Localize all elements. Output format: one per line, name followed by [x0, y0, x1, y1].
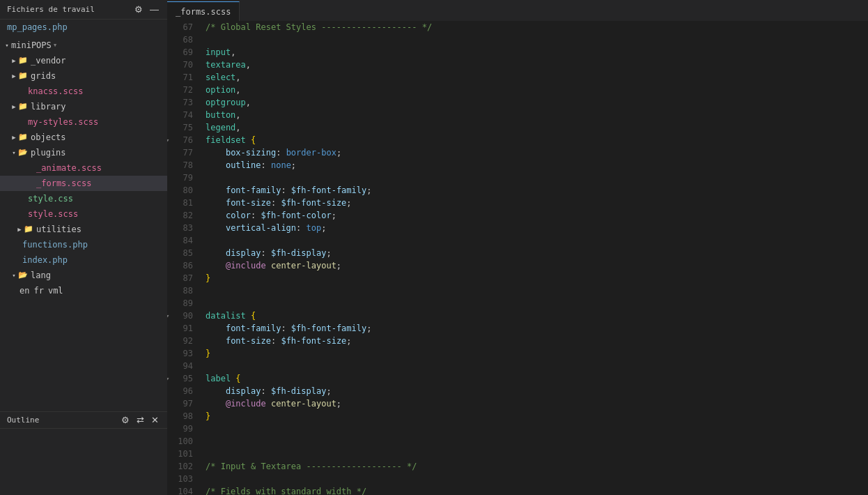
code-area[interactable]: 67 68 69 70 71 72 73 74 75 ▾76 77 78 79 … — [167, 21, 868, 495]
ln-79: 79 — [173, 172, 193, 184]
sidebar-settings-icon[interactable]: ⚙ — [133, 5, 144, 14]
folder-library[interactable]: ▶ 📁 library — [0, 99, 167, 114]
ln-82: 82 — [173, 209, 193, 222]
ln-67: 67 — [173, 21, 193, 33]
code-line-67: /* Global Reset Styles -----------------… — [206, 21, 868, 33]
folder-utilities[interactable]: ▶ 📁 utilities — [0, 222, 167, 237]
ln-103: 103 — [173, 473, 193, 485]
outline-header: Outline ⚙ ⇄ ✕ — [0, 412, 167, 429]
outline-settings-icon[interactable]: ⚙ — [120, 416, 131, 425]
vendor-label: _vendor — [31, 54, 66, 67]
fold-95[interactable]: ▾ — [167, 372, 169, 385]
folder-library-icon: 📁 — [18, 100, 28, 113]
style-css-label: style.css — [28, 192, 73, 205]
ln-81: 81 — [173, 197, 193, 209]
code-line-101 — [206, 448, 868, 460]
folder-plugins[interactable]: ▾ 📂 plugins — [0, 145, 167, 160]
fold-90[interactable]: ▾ — [167, 310, 169, 322]
code-line-91: font-family: $fh-font-family; — [206, 322, 868, 335]
outline-refresh-icon[interactable]: ⇄ — [135, 416, 146, 425]
folder-plugins-icon: 📂 — [18, 146, 28, 159]
code-line-97: @include center-layout; — [206, 397, 868, 410]
folder-vendor[interactable]: ▶ 📁 _vendor — [0, 53, 167, 68]
ln-96: 96 — [173, 385, 193, 397]
code-line-82: color: $fh-font-color; — [206, 209, 868, 222]
folder-utilities-icon: 📁 — [24, 223, 33, 236]
folder-lang[interactable]: ▾ 📂 lang — [0, 268, 167, 283]
ln-92: 92 — [173, 335, 193, 347]
my-styles-label: my-styles.scss — [28, 116, 98, 128]
folder-objects[interactable]: ▶ 📁 objects — [0, 130, 167, 145]
file-style-scss[interactable]: style.scss — [0, 206, 167, 222]
code-line-89 — [206, 297, 868, 310]
ln-77: 77 — [173, 146, 193, 159]
ln-72: 72 — [173, 84, 193, 96]
code-line-71: select, — [206, 71, 868, 84]
code-line-76: fieldset { — [206, 134, 868, 146]
ln-98: 98 — [173, 410, 193, 422]
ln-99: 99 — [173, 422, 193, 435]
folder-grids[interactable]: ▶ 📁 grids — [0, 68, 167, 84]
folder-vendor-icon: 📁 — [18, 54, 28, 67]
project-chevron: ▾ — [53, 39, 58, 52]
ln-97: 97 — [173, 397, 193, 410]
file-knacss[interactable]: knacss.scss — [0, 84, 167, 99]
outline-close-icon[interactable]: ✕ — [150, 416, 160, 425]
sidebar: Fichiers de travail ⚙ — mp_pages.php ▾ m… — [0, 0, 167, 495]
ln-94: 94 — [173, 360, 193, 372]
code-content[interactable]: /* Global Reset Styles -----------------… — [199, 21, 868, 495]
ln-90: ▾90 — [173, 310, 193, 322]
sidebar-files-title: Fichiers de travail — [7, 5, 95, 14]
file-functions[interactable]: functions.php — [0, 237, 167, 252]
ln-71: 71 — [173, 71, 193, 84]
folder-grids-icon: 📁 — [18, 70, 28, 82]
code-line-74: button, — [206, 109, 868, 121]
ln-69: 69 — [173, 46, 193, 59]
fold-76[interactable]: ▾ — [167, 134, 169, 146]
code-line-70: textarea, — [206, 59, 868, 71]
code-line-83: vertical-align: top; — [206, 222, 868, 234]
ln-88: 88 — [173, 284, 193, 297]
code-line-78: outline: none; — [206, 159, 868, 172]
knacss-label: knacss.scss — [28, 85, 83, 98]
code-line-90: datalist { — [206, 310, 868, 322]
project-root[interactable]: ▾ miniPOPS ▾ — [0, 38, 167, 53]
index-label: index.php — [22, 254, 68, 266]
tab-forms-scss[interactable]: _forms.scss — [167, 1, 240, 21]
code-line-88 — [206, 284, 868, 297]
code-line-85: display: $fh-display; — [206, 247, 868, 259]
grids-label: grids — [31, 70, 56, 82]
ln-87: 87 — [173, 272, 193, 284]
file-my-styles[interactable]: my-styles.scss — [0, 114, 167, 130]
library-label: library — [31, 100, 66, 113]
library-arrow: ▶ — [10, 100, 18, 113]
ln-83: 83 — [173, 222, 193, 234]
grids-arrow: ▶ — [10, 70, 18, 82]
ln-93: 93 — [173, 347, 193, 360]
plugins-label: plugins — [31, 146, 66, 159]
file-animate[interactable]: _animate.scss — [0, 160, 167, 176]
file-forms[interactable]: _forms.scss — [0, 176, 167, 191]
open-file-mp-pages[interactable]: mp_pages.php — [0, 20, 167, 35]
ln-86: 86 — [173, 259, 193, 272]
ln-76: ▾76 — [173, 134, 193, 146]
sidebar-collapse-icon[interactable]: — — [148, 5, 160, 14]
ln-80: 80 — [173, 184, 193, 197]
ln-70: 70 — [173, 59, 193, 71]
sidebar-files-header: Fichiers de travail ⚙ — — [0, 0, 167, 20]
ln-68: 68 — [173, 33, 193, 46]
code-line-84 — [206, 234, 868, 247]
code-line-99 — [206, 422, 868, 435]
lang-files-row[interactable]: en fr vml — [0, 283, 167, 298]
code-line-98: } — [206, 410, 868, 422]
file-style-css[interactable]: style.css — [0, 191, 167, 206]
ln-101: 101 — [173, 448, 193, 460]
code-line-94 — [206, 360, 868, 372]
project-name: miniPOPS — [11, 39, 52, 52]
ln-104: 104 — [173, 485, 193, 495]
code-line-79 — [206, 172, 868, 184]
code-line-104: /* Fields with standard width */ — [206, 485, 868, 495]
code-line-75: legend, — [206, 121, 868, 134]
file-index[interactable]: index.php — [0, 252, 167, 268]
folder-lang-icon: 📂 — [18, 269, 28, 282]
